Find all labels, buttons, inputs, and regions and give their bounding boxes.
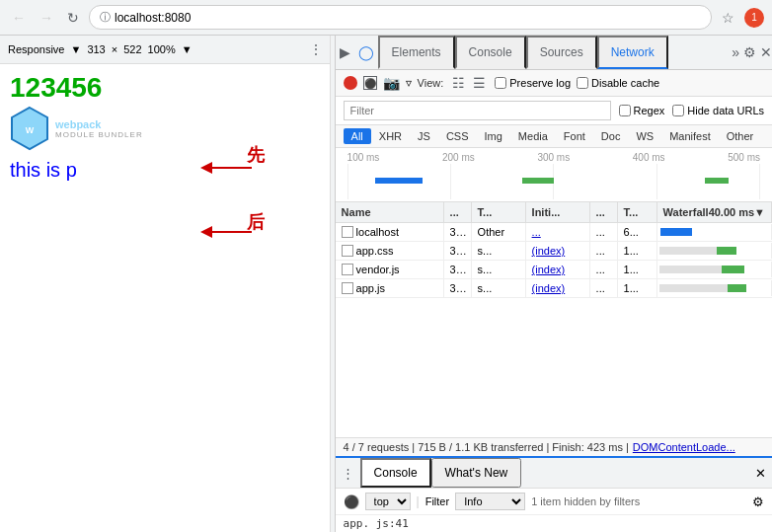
filter-manifest[interactable]: Manifest [661,128,719,144]
cell-waterfall-appjs [657,280,772,296]
preview-toolbar: Responsive ▼ 313 × 522 100% ▼ ⋮ [0,36,335,64]
status-text: 4 / 7 requests | 715 B / 1.1 KB transfer… [344,441,629,453]
sort-icon: ▼ [754,206,765,218]
table-row[interactable]: vendor.js 3... s... (index) ... 1... [336,261,772,279]
cell-name-vendorjs: vendor.js [336,261,444,278]
table-row[interactable]: app.js 3... s... (index) ... 1... [336,279,772,298]
timeline-area: 100 ms 200 ms 300 ms 400 ms 500 ms [336,148,772,202]
console-block-button[interactable]: ⚫ [344,494,359,509]
filter-input[interactable] [344,101,611,120]
refresh-button[interactable]: ↻ [63,8,83,28]
col-method: ... [444,202,472,222]
console-context-select[interactable]: top [365,493,411,510]
elements-tab[interactable]: Elements [378,36,455,69]
row-name-localhost: localhost [356,226,399,238]
more-console-button[interactable]: ⋮ [336,462,360,485]
filter-doc[interactable]: Doc [593,128,629,144]
address-bar[interactable]: ⓘ localhost:8080 [89,5,712,30]
row-icon-localhost [342,226,353,238]
filter-xhr[interactable]: XHR [371,128,410,144]
view-label: View: [418,77,444,89]
more-tabs-button[interactable]: » [732,44,739,60]
col-size: ... [590,202,618,222]
disable-cache-checkbox[interactable] [577,77,588,89]
cell-method-appcss: 3... [444,242,472,260]
arrow-hou [197,222,257,245]
regex-label[interactable]: Regex [619,105,665,116]
hide-data-checkbox[interactable] [672,105,684,116]
cell-name-localhost: localhost [336,223,444,241]
zoom-value: 100% [148,43,176,55]
preview-pane: Responsive ▼ 313 × 522 100% ▼ ⋮ 123456 W… [0,36,336,532]
network-tab[interactable]: Network [597,36,668,69]
row-icon-appjs [342,282,353,294]
cell-waterfall-vendorjs [657,262,772,277]
network-controls: ⚫ 📷 ▿ View: ☷ ☰ Preserve log Disable cac… [336,70,772,97]
svg-text:W: W [26,125,35,135]
console-settings-button[interactable]: ⚙ [752,494,764,509]
cell-method-localhost: 3... [444,223,472,241]
whats-new-tab[interactable]: What's New [431,458,522,488]
device-tool-button[interactable]: ◯ [354,38,378,66]
wf-bar-localhost [660,228,692,236]
arrow-hou-icon [197,222,257,242]
console-tab-top[interactable]: Console [455,36,526,69]
record-button[interactable] [344,76,357,90]
cell-initiator-appjs[interactable]: (index) [526,279,590,297]
cell-initiator-appcss[interactable]: (index) [526,242,590,260]
filter-img[interactable]: Img [477,128,510,144]
col-type: T... [472,202,526,222]
view-detail-button[interactable]: ☰ [470,74,489,92]
vertical-divider[interactable] [330,36,335,532]
webpack-sub: MODULE BUNDLER [55,130,143,139]
hide-data-text: Hide data URLs [687,105,764,116]
cursor-tool-button[interactable]: ▶ [336,38,354,66]
lock-icon: ⓘ [100,10,111,25]
sources-tab[interactable]: Sources [526,36,597,69]
more-options-button[interactable]: ⋮ [305,39,327,59]
filter-media[interactable]: Media [510,128,556,144]
row-icon-vendorjs [342,264,353,275]
responsive-label: Responsive [8,43,64,55]
status-link[interactable]: DOMContentLoade... [633,441,735,453]
cell-initiator-vendorjs[interactable]: (index) [526,261,590,278]
preserve-log-label[interactable]: Preserve log [495,77,571,89]
table-row[interactable]: app.css 3... s... (index) ... 1... [336,242,772,261]
filter-css[interactable]: CSS [438,128,477,144]
webpack-hex-icon: W [10,106,49,151]
preserve-log-checkbox[interactable] [495,77,506,89]
webpack-name: webpack [55,118,143,130]
status-bar: 4 / 7 requests | 715 B / 1.1 KB transfer… [336,437,772,456]
type-filters: All XHR JS CSS Img Media Font Doc WS Man… [336,125,772,148]
extension-button[interactable]: 1 [744,8,764,28]
filter-other[interactable]: Other [719,128,762,144]
disable-cache-label[interactable]: Disable cache [577,77,659,89]
filter-all[interactable]: All [344,128,371,144]
view-list-button[interactable]: ☷ [449,74,468,92]
console-level-select[interactable]: Info Verbose Warning Error [455,493,525,510]
regex-checkbox[interactable] [619,105,631,116]
console-preview-text: app. js:41 [344,517,409,530]
col-waterfall: Waterfall 40.00 ms ▼ [657,202,772,222]
star-button[interactable]: ☆ [718,8,738,28]
camera-button[interactable]: 📷 [383,75,400,91]
filter-ws[interactable]: WS [628,128,661,144]
hide-data-label[interactable]: Hide data URLs [672,105,764,116]
console-tabs-row: ⋮ Console What's New ✕ [336,456,772,488]
row-name-appcss: app.css [356,245,394,257]
back-button[interactable]: ← [8,8,30,28]
view-icons: ☷ ☰ [449,74,489,92]
filter-toggle-button[interactable]: ▿ [406,76,412,90]
close-console-button[interactable]: ✕ [749,462,772,485]
filter-js[interactable]: JS [410,128,438,144]
forward-button[interactable]: → [36,8,57,28]
stop-button[interactable]: ⚫ [363,76,377,90]
console-tab-bottom[interactable]: Console [360,458,431,488]
arrow-xian [197,158,257,181]
devtools-close-button[interactable]: ✕ [760,44,772,60]
webpack-logo-row: W webpack MODULE BUNDLER [10,106,325,151]
devtools-settings-button[interactable]: ⚙ [739,38,760,66]
table-row[interactable]: localhost 3... Other ... ... 6... [336,223,772,242]
filter-font[interactable]: Font [556,128,593,144]
tl-400: 400 ms [633,152,665,163]
